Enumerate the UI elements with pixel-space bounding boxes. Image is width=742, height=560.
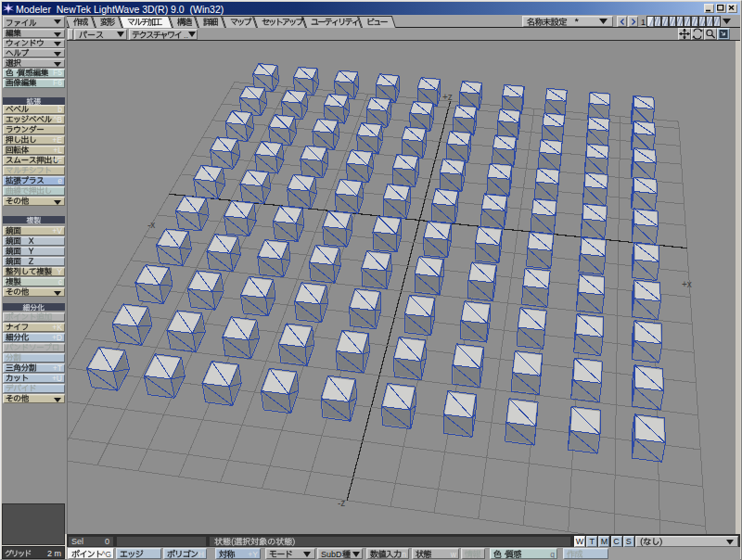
svg-text:+L: +L — [53, 146, 62, 155]
svg-text:H: H — [198, 550, 204, 559]
svg-text:+U: +U — [52, 374, 62, 383]
svg-text:F5: F5 — [53, 68, 62, 77]
svg-text:c: c — [58, 277, 63, 286]
svg-text:S: S — [626, 537, 632, 546]
svg-text:b: b — [58, 105, 62, 114]
svg-text:q: q — [550, 550, 555, 559]
svg-text:+T: +T — [53, 363, 62, 373]
svg-text:n: n — [402, 550, 406, 559]
svg-text:+V: +V — [52, 226, 62, 235]
svg-text:+K: +K — [52, 323, 62, 332]
svg-text:+Y: +Y — [248, 550, 258, 559]
svg-text:+E: +E — [52, 135, 62, 145]
svg-text:SubD: SubD — [321, 550, 342, 559]
svg-text:F6: F6 — [53, 78, 62, 87]
svg-text:^B: ^B — [53, 115, 62, 124]
svg-text:M: M — [601, 537, 608, 546]
svg-text:T: T — [589, 537, 595, 546]
svg-text:^G: ^G — [101, 550, 111, 559]
svg-text:Sel: Sel — [71, 537, 83, 546]
svg-text:Y: Y — [57, 267, 62, 276]
svg-text:+D: +D — [52, 333, 62, 342]
svg-text:W: W — [576, 537, 584, 546]
svg-text:0: 0 — [105, 537, 109, 546]
svg-text:w: w — [450, 550, 457, 559]
svg-text:2 m: 2 m — [47, 549, 61, 558]
svg-text:e: e — [58, 176, 62, 185]
svg-text:C: C — [613, 537, 620, 546]
svg-text:+F: +F — [53, 156, 62, 165]
